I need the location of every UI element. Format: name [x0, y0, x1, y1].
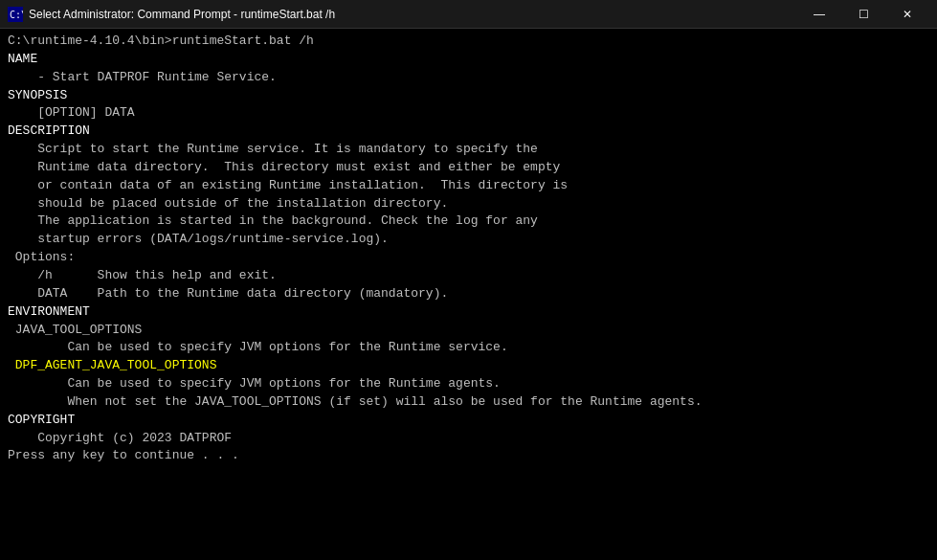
terminal-line: [OPTION] DATA: [8, 104, 929, 123]
title-bar: C:\ Select Administrator: Command Prompt…: [0, 0, 937, 29]
terminal-line: Options:: [8, 249, 929, 267]
terminal-line: ENVIRONMENT: [8, 303, 929, 322]
terminal-line: - Start DATPROF Runtime Service.: [8, 69, 929, 87]
svg-text:C:\: C:\: [10, 10, 23, 20]
terminal-line: NAME: [8, 51, 929, 69]
window-title: Select Administrator: Command Prompt - r…: [29, 8, 335, 21]
terminal-line: Press any key to continue . . .: [8, 447, 929, 465]
terminal-line: JAVA_TOOL_OPTIONS: [8, 322, 929, 340]
terminal-line: /h Show this help and exit.: [8, 267, 929, 285]
minimize-button[interactable]: —: [797, 0, 841, 29]
terminal-line: Runtime data directory. This directory m…: [8, 159, 929, 177]
terminal-line: should be placed outside of the installa…: [8, 195, 929, 213]
terminal-line: Can be used to specify JVM options for t…: [8, 339, 929, 357]
terminal-line: DPF_AGENT_JAVA_TOOL_OPTIONS: [8, 357, 929, 375]
terminal-line: DATA Path to the Runtime data directory …: [8, 285, 929, 303]
cmd-icon: C:\: [8, 7, 23, 22]
terminal-line: When not set the JAVA_TOOL_OPTIONS (if s…: [8, 393, 929, 412]
title-bar-left: C:\ Select Administrator: Command Prompt…: [8, 7, 335, 22]
close-button[interactable]: ✕: [885, 0, 929, 29]
terminal-line: SYNOPSIS: [8, 87, 929, 105]
terminal-line: COPYRIGHT: [8, 412, 929, 430]
terminal-line: Copyright (c) 2023 DATPROF: [8, 430, 929, 448]
terminal-line: Script to start the Runtime service. It …: [8, 141, 929, 159]
terminal-line: Can be used to specify JVM options for t…: [8, 375, 929, 393]
terminal-line: or contain data of an existing Runtime i…: [8, 177, 929, 195]
terminal-line: startup errors (DATA/logs/runtime-servic…: [8, 231, 929, 249]
maximize-button[interactable]: ☐: [841, 0, 885, 29]
window-controls: — ☐ ✕: [797, 0, 929, 29]
terminal-body: C:\runtime-4.10.4\bin>runtimeStart.bat /…: [0, 29, 937, 560]
terminal-line: DESCRIPTION: [8, 123, 929, 141]
terminal-line: The application is started in the backgr…: [8, 213, 929, 231]
terminal-line: C:\runtime-4.10.4\bin>runtimeStart.bat /…: [8, 33, 929, 51]
